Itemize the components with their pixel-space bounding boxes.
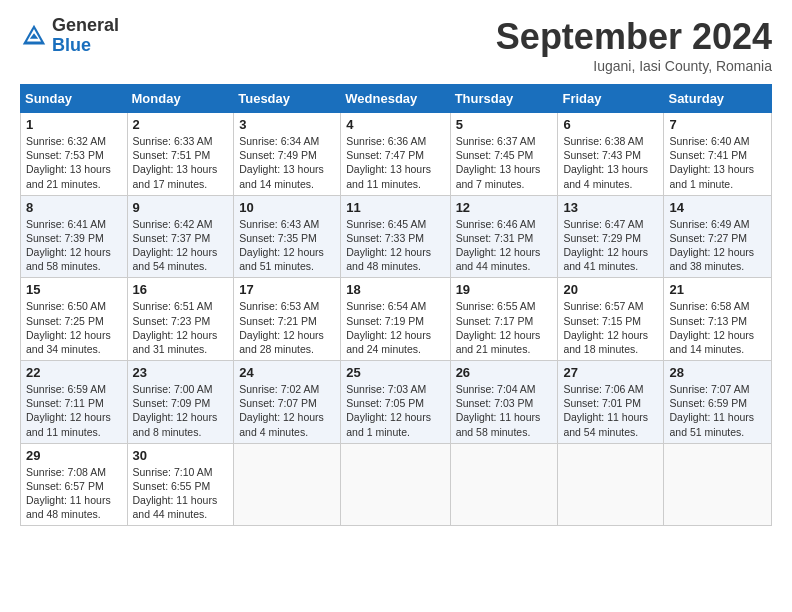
col-wednesday: Wednesday bbox=[341, 85, 450, 113]
day-info: Sunrise: 6:45 AM Sunset: 7:33 PM Dayligh… bbox=[346, 217, 444, 274]
day-info: Sunrise: 7:10 AM Sunset: 6:55 PM Dayligh… bbox=[133, 465, 229, 522]
calendar-cell: 29 Sunrise: 7:08 AM Sunset: 6:57 PM Dayl… bbox=[21, 443, 128, 526]
day-number: 10 bbox=[239, 200, 335, 215]
day-info: Sunrise: 6:57 AM Sunset: 7:15 PM Dayligh… bbox=[563, 299, 658, 356]
day-number: 15 bbox=[26, 282, 122, 297]
day-info: Sunrise: 6:55 AM Sunset: 7:17 PM Dayligh… bbox=[456, 299, 553, 356]
day-info: Sunrise: 7:04 AM Sunset: 7:03 PM Dayligh… bbox=[456, 382, 553, 439]
calendar-cell bbox=[341, 443, 450, 526]
day-number: 18 bbox=[346, 282, 444, 297]
day-number: 21 bbox=[669, 282, 766, 297]
col-tuesday: Tuesday bbox=[234, 85, 341, 113]
calendar-cell: 24 Sunrise: 7:02 AM Sunset: 7:07 PM Dayl… bbox=[234, 361, 341, 444]
calendar-cell: 12 Sunrise: 6:46 AM Sunset: 7:31 PM Dayl… bbox=[450, 195, 558, 278]
day-info: Sunrise: 6:50 AM Sunset: 7:25 PM Dayligh… bbox=[26, 299, 122, 356]
day-info: Sunrise: 6:42 AM Sunset: 7:37 PM Dayligh… bbox=[133, 217, 229, 274]
calendar-cell: 5 Sunrise: 6:37 AM Sunset: 7:45 PM Dayli… bbox=[450, 113, 558, 196]
day-number: 28 bbox=[669, 365, 766, 380]
day-info: Sunrise: 6:47 AM Sunset: 7:29 PM Dayligh… bbox=[563, 217, 658, 274]
day-info: Sunrise: 6:40 AM Sunset: 7:41 PM Dayligh… bbox=[669, 134, 766, 191]
calendar-cell: 7 Sunrise: 6:40 AM Sunset: 7:41 PM Dayli… bbox=[664, 113, 772, 196]
day-info: Sunrise: 6:58 AM Sunset: 7:13 PM Dayligh… bbox=[669, 299, 766, 356]
calendar-cell: 8 Sunrise: 6:41 AM Sunset: 7:39 PM Dayli… bbox=[21, 195, 128, 278]
day-number: 22 bbox=[26, 365, 122, 380]
calendar-cell: 6 Sunrise: 6:38 AM Sunset: 7:43 PM Dayli… bbox=[558, 113, 664, 196]
day-number: 16 bbox=[133, 282, 229, 297]
logo-general-text: General bbox=[52, 16, 119, 36]
day-info: Sunrise: 6:49 AM Sunset: 7:27 PM Dayligh… bbox=[669, 217, 766, 274]
calendar-cell: 10 Sunrise: 6:43 AM Sunset: 7:35 PM Dayl… bbox=[234, 195, 341, 278]
calendar-cell: 28 Sunrise: 7:07 AM Sunset: 6:59 PM Dayl… bbox=[664, 361, 772, 444]
day-number: 2 bbox=[133, 117, 229, 132]
page: General Blue September 2024 Iugani, Iasi… bbox=[0, 0, 792, 612]
day-info: Sunrise: 7:03 AM Sunset: 7:05 PM Dayligh… bbox=[346, 382, 444, 439]
col-friday: Friday bbox=[558, 85, 664, 113]
calendar-cell: 4 Sunrise: 6:36 AM Sunset: 7:47 PM Dayli… bbox=[341, 113, 450, 196]
calendar-cell: 25 Sunrise: 7:03 AM Sunset: 7:05 PM Dayl… bbox=[341, 361, 450, 444]
day-number: 30 bbox=[133, 448, 229, 463]
day-info: Sunrise: 6:37 AM Sunset: 7:45 PM Dayligh… bbox=[456, 134, 553, 191]
calendar-cell: 2 Sunrise: 6:33 AM Sunset: 7:51 PM Dayli… bbox=[127, 113, 234, 196]
calendar-cell: 11 Sunrise: 6:45 AM Sunset: 7:33 PM Dayl… bbox=[341, 195, 450, 278]
day-number: 7 bbox=[669, 117, 766, 132]
day-number: 26 bbox=[456, 365, 553, 380]
day-info: Sunrise: 6:34 AM Sunset: 7:49 PM Dayligh… bbox=[239, 134, 335, 191]
logo: General Blue bbox=[20, 16, 119, 56]
day-number: 17 bbox=[239, 282, 335, 297]
day-info: Sunrise: 7:02 AM Sunset: 7:07 PM Dayligh… bbox=[239, 382, 335, 439]
header: General Blue September 2024 Iugani, Iasi… bbox=[20, 16, 772, 74]
day-info: Sunrise: 6:41 AM Sunset: 7:39 PM Dayligh… bbox=[26, 217, 122, 274]
week-row-4: 22 Sunrise: 6:59 AM Sunset: 7:11 PM Dayl… bbox=[21, 361, 772, 444]
day-info: Sunrise: 6:32 AM Sunset: 7:53 PM Dayligh… bbox=[26, 134, 122, 191]
day-number: 23 bbox=[133, 365, 229, 380]
day-number: 4 bbox=[346, 117, 444, 132]
day-number: 3 bbox=[239, 117, 335, 132]
location-title: Iugani, Iasi County, Romania bbox=[496, 58, 772, 74]
col-monday: Monday bbox=[127, 85, 234, 113]
week-row-1: 1 Sunrise: 6:32 AM Sunset: 7:53 PM Dayli… bbox=[21, 113, 772, 196]
day-number: 20 bbox=[563, 282, 658, 297]
calendar-table: Sunday Monday Tuesday Wednesday Thursday… bbox=[20, 84, 772, 526]
day-number: 5 bbox=[456, 117, 553, 132]
day-info: Sunrise: 6:43 AM Sunset: 7:35 PM Dayligh… bbox=[239, 217, 335, 274]
calendar-cell bbox=[558, 443, 664, 526]
day-number: 12 bbox=[456, 200, 553, 215]
calendar-cell: 20 Sunrise: 6:57 AM Sunset: 7:15 PM Dayl… bbox=[558, 278, 664, 361]
day-info: Sunrise: 6:54 AM Sunset: 7:19 PM Dayligh… bbox=[346, 299, 444, 356]
calendar-cell: 13 Sunrise: 6:47 AM Sunset: 7:29 PM Dayl… bbox=[558, 195, 664, 278]
day-info: Sunrise: 7:06 AM Sunset: 7:01 PM Dayligh… bbox=[563, 382, 658, 439]
day-number: 1 bbox=[26, 117, 122, 132]
day-number: 11 bbox=[346, 200, 444, 215]
calendar-cell: 1 Sunrise: 6:32 AM Sunset: 7:53 PM Dayli… bbox=[21, 113, 128, 196]
day-number: 29 bbox=[26, 448, 122, 463]
day-number: 19 bbox=[456, 282, 553, 297]
week-row-2: 8 Sunrise: 6:41 AM Sunset: 7:39 PM Dayli… bbox=[21, 195, 772, 278]
day-info: Sunrise: 6:53 AM Sunset: 7:21 PM Dayligh… bbox=[239, 299, 335, 356]
calendar-cell: 26 Sunrise: 7:04 AM Sunset: 7:03 PM Dayl… bbox=[450, 361, 558, 444]
calendar-cell: 18 Sunrise: 6:54 AM Sunset: 7:19 PM Dayl… bbox=[341, 278, 450, 361]
day-info: Sunrise: 6:46 AM Sunset: 7:31 PM Dayligh… bbox=[456, 217, 553, 274]
col-sunday: Sunday bbox=[21, 85, 128, 113]
calendar-cell: 19 Sunrise: 6:55 AM Sunset: 7:17 PM Dayl… bbox=[450, 278, 558, 361]
calendar-cell bbox=[664, 443, 772, 526]
day-info: Sunrise: 6:59 AM Sunset: 7:11 PM Dayligh… bbox=[26, 382, 122, 439]
day-info: Sunrise: 6:51 AM Sunset: 7:23 PM Dayligh… bbox=[133, 299, 229, 356]
calendar-header-row: Sunday Monday Tuesday Wednesday Thursday… bbox=[21, 85, 772, 113]
calendar-cell: 17 Sunrise: 6:53 AM Sunset: 7:21 PM Dayl… bbox=[234, 278, 341, 361]
calendar-cell: 16 Sunrise: 6:51 AM Sunset: 7:23 PM Dayl… bbox=[127, 278, 234, 361]
col-thursday: Thursday bbox=[450, 85, 558, 113]
day-number: 6 bbox=[563, 117, 658, 132]
calendar-cell: 27 Sunrise: 7:06 AM Sunset: 7:01 PM Dayl… bbox=[558, 361, 664, 444]
calendar-cell: 30 Sunrise: 7:10 AM Sunset: 6:55 PM Dayl… bbox=[127, 443, 234, 526]
day-info: Sunrise: 7:07 AM Sunset: 6:59 PM Dayligh… bbox=[669, 382, 766, 439]
week-row-5: 29 Sunrise: 7:08 AM Sunset: 6:57 PM Dayl… bbox=[21, 443, 772, 526]
day-number: 9 bbox=[133, 200, 229, 215]
calendar-cell bbox=[234, 443, 341, 526]
col-saturday: Saturday bbox=[664, 85, 772, 113]
title-block: September 2024 Iugani, Iasi County, Roma… bbox=[496, 16, 772, 74]
calendar-cell: 14 Sunrise: 6:49 AM Sunset: 7:27 PM Dayl… bbox=[664, 195, 772, 278]
day-number: 25 bbox=[346, 365, 444, 380]
calendar-cell: 23 Sunrise: 7:00 AM Sunset: 7:09 PM Dayl… bbox=[127, 361, 234, 444]
logo-icon bbox=[20, 22, 48, 50]
calendar-cell: 9 Sunrise: 6:42 AM Sunset: 7:37 PM Dayli… bbox=[127, 195, 234, 278]
